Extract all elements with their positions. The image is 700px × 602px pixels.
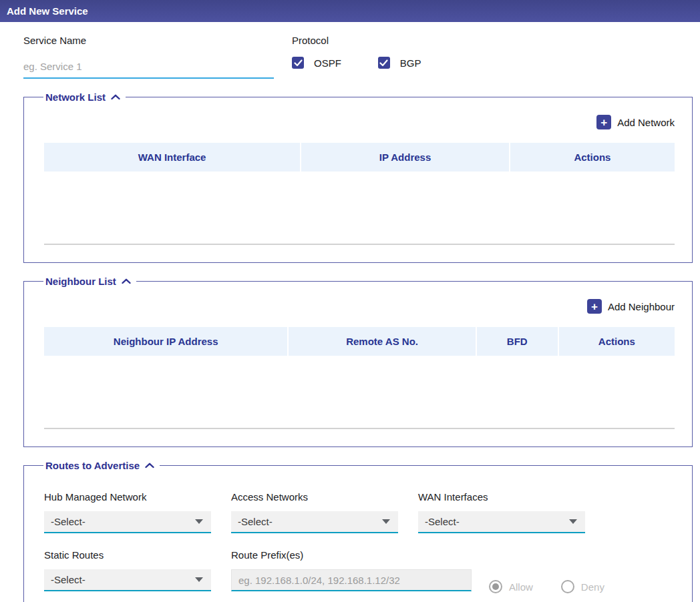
route-prefixes-label: Route Prefix(es) [231,549,472,561]
ospf-checkbox-label: OSPF [314,57,341,69]
chevron-down-icon [569,519,577,524]
access-networks-value: -Select- [238,516,273,527]
ospf-option: OSPF [292,57,341,69]
hub-managed-network-value: -Select- [51,516,85,527]
network-list-legend[interactable]: Network List [43,91,126,103]
neighbour-table: Neighbour IP Address Remote AS No. BFD A… [44,327,675,429]
column-header-remote-as: Remote AS No. [289,327,475,356]
hub-managed-network-label: Hub Managed Network [44,491,211,503]
hub-managed-network-select[interactable]: -Select- [44,511,211,533]
add-neighbour-label: Add Neighbour [608,301,675,312]
column-header-ip-address: IP Address [301,143,509,172]
neighbour-table-header: Neighbour IP Address Remote AS No. BFD A… [44,327,675,356]
deny-radio[interactable]: Deny [561,580,604,593]
access-networks-field: Access Networks -Select- [231,491,398,533]
ospf-checkbox[interactable] [292,57,304,69]
add-network-button[interactable]: + Add Network [596,115,675,129]
column-header-neighbour-ip: Neighbour IP Address [44,327,287,356]
top-form-row: Service Name Protocol OSPF [23,35,693,79]
add-neighbour-button[interactable]: + Add Neighbour [587,299,675,314]
wan-interfaces-value: -Select- [425,516,460,527]
chevron-down-icon [382,519,390,524]
column-header-wan-interface: WAN Interface [44,143,300,172]
hub-managed-network-field: Hub Managed Network -Select- [44,491,211,533]
neighbour-list-legend-text: Neighbour List [45,276,116,287]
route-prefixes-input[interactable] [231,569,472,591]
deny-radio-label: Deny [581,581,604,593]
static-routes-select[interactable]: -Select- [44,569,211,591]
route-prefixes-field: Route Prefix(es) [231,549,472,591]
protocol-label: Protocol [292,35,421,46]
radio-icon [561,580,574,593]
check-icon [379,59,388,67]
chevron-down-icon [195,519,203,524]
static-routes-field: Static Routes -Select- [44,549,211,591]
bgp-checkbox[interactable] [378,57,390,69]
wan-interfaces-label: WAN Interfaces [418,491,585,503]
column-header-actions: Actions [559,327,675,356]
service-name-input[interactable] [23,57,274,79]
collapse-icon[interactable] [111,94,120,100]
routes-row-2: Static Routes -Select- Route Prefix(es) … [44,549,675,593]
allow-radio-label: Allow [509,581,533,593]
plus-icon: + [596,115,611,129]
network-list-section: Network List + Add Network WAN Interface… [23,91,693,263]
static-routes-label: Static Routes [44,549,211,561]
wan-interfaces-select[interactable]: -Select- [418,511,585,533]
service-name-field: Service Name [23,35,274,79]
radio-icon [489,580,502,593]
network-list-legend-text: Network List [45,91,106,103]
neighbour-list-section: Neighbour List + Add Neighbour Neighbour… [23,276,693,447]
dialog-body: Service Name Protocol OSPF [23,35,693,602]
access-networks-select[interactable]: -Select- [231,511,398,533]
protocol-field: Protocol OSPF BGP [292,35,421,79]
bgp-checkbox-label: BGP [400,57,421,69]
neighbour-list-legend[interactable]: Neighbour List [43,276,136,287]
network-table-header: WAN Interface IP Address Actions [44,143,675,172]
routes-row-1: Hub Managed Network -Select- Access Netw… [44,491,675,533]
advertise-mode-radio-group: Allow Deny [489,580,604,593]
plus-icon: + [587,299,602,314]
add-network-label: Add Network [617,117,675,128]
routes-to-advertise-section: Routes to Advertise Hub Managed Network … [23,460,693,602]
routes-legend[interactable]: Routes to Advertise [43,460,160,471]
access-networks-label: Access Networks [231,491,398,503]
column-header-actions: Actions [510,143,675,172]
collapse-icon[interactable] [145,463,154,469]
network-add-row: + Add Network [44,115,675,129]
protocol-options: OSPF BGP [292,57,421,69]
allow-radio[interactable]: Allow [489,580,533,593]
bgp-option: BGP [378,57,421,69]
collapse-icon[interactable] [122,278,131,284]
neighbour-table-body-empty [44,356,675,429]
routes-legend-text: Routes to Advertise [45,460,140,471]
dialog-title: Add New Service [0,0,700,22]
service-name-label: Service Name [23,35,274,46]
wan-interfaces-field: WAN Interfaces -Select- [418,491,585,533]
chevron-down-icon [195,577,203,582]
column-header-bfd: BFD [477,327,558,356]
static-routes-value: -Select- [51,574,85,585]
neighbour-add-row: + Add Neighbour [44,299,675,314]
check-icon [294,59,303,67]
network-table-body-empty [44,172,675,245]
network-table: WAN Interface IP Address Actions [44,143,675,245]
